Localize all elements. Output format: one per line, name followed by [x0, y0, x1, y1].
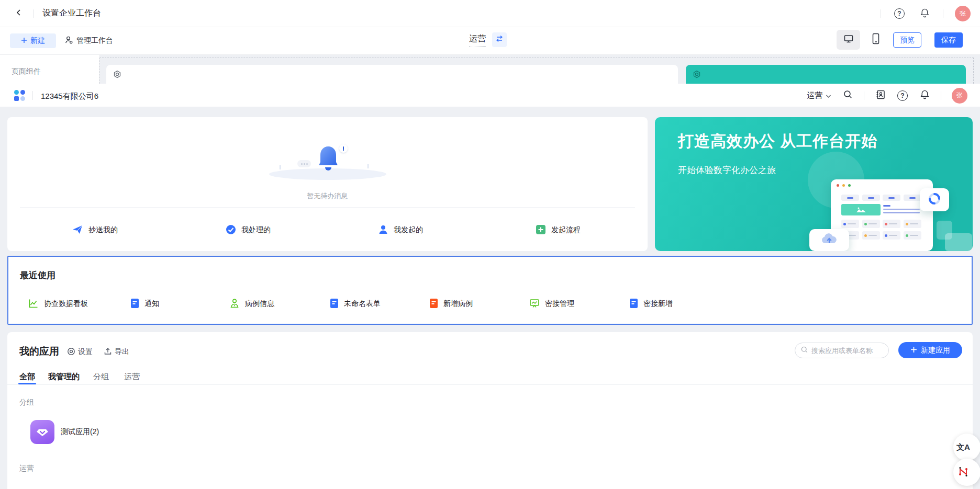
environment-switcher: 运营 — [469, 32, 507, 47]
translate-icon: 文A — [956, 442, 970, 452]
company-logo — [14, 90, 25, 101]
tab-operations[interactable]: 运营 — [124, 372, 140, 382]
manage-workspace-button[interactable]: 管理工作台 — [64, 33, 113, 48]
swap-button[interactable] — [492, 32, 507, 47]
back-button[interactable] — [13, 7, 25, 20]
tab-managed-by-me[interactable]: 我管理的 — [48, 372, 80, 382]
recent-item-label: 未命名表单 — [344, 299, 381, 309]
operations-section-label: 运营 — [19, 464, 34, 473]
person-icon — [229, 298, 240, 310]
check-circle-icon — [226, 224, 236, 236]
quick-action-label: 我处理的 — [241, 225, 271, 235]
question-icon: ? — [894, 8, 905, 19]
recent-item-label: 密接新增 — [643, 299, 673, 309]
plus-square-icon — [536, 224, 546, 236]
loading-ring-icon — [928, 192, 941, 208]
my-apps-export-button[interactable]: 导出 — [104, 346, 129, 358]
new-app-button[interactable]: 新建应用 — [898, 342, 962, 358]
translate-float-button[interactable]: 文A — [953, 434, 980, 461]
empty-todo-text: 暂无待办消息 — [7, 191, 648, 201]
recent-item-label: 协查数据看板 — [44, 299, 88, 309]
new-app-label: 新建应用 — [921, 346, 950, 355]
manage-workspace-label: 管理工作台 — [76, 36, 113, 46]
desktop-view-button[interactable] — [837, 30, 860, 50]
help-button[interactable]: ? — [897, 90, 908, 101]
cloud-upload-icon — [820, 233, 838, 247]
recent-item[interactable]: 密接新增 — [629, 298, 673, 310]
quick-action-label: 发起流程 — [551, 225, 581, 235]
document-icon — [130, 298, 139, 310]
component-settings-icon[interactable] — [693, 70, 701, 78]
recent-item[interactable]: 病例信息 — [229, 298, 274, 310]
banner-component-wrapper[interactable] — [686, 65, 966, 84]
my-apps-section: 我的应用 设置 导出 新建应用 全部 我管理的 分组 运营 分组 测试应用(2) — [7, 332, 973, 489]
search-icon — [800, 346, 808, 356]
app-group-label: 测试应用(2) — [61, 427, 99, 437]
search-button[interactable] — [842, 90, 853, 101]
app-group-tile[interactable]: 测试应用(2) — [30, 420, 99, 444]
banner-subtitle: 开始体验数字化办公之旅 — [678, 164, 776, 176]
recent-item-label: 通知 — [144, 299, 159, 309]
chevron-left-icon — [15, 9, 23, 18]
tab-all[interactable]: 全部 — [19, 372, 35, 382]
speech-dots-icon — [297, 160, 311, 167]
recent-used-section[interactable]: 最近使用 协查数据看板 通知 病例信息 未命名表单 新增病例 密接管理 密接新增 — [7, 256, 973, 325]
plus-icon — [910, 346, 917, 355]
avatar[interactable]: 张 — [955, 6, 971, 21]
save-button[interactable]: 保存 — [934, 32, 963, 48]
new-component-button[interactable]: 新建 — [10, 33, 56, 48]
recent-item[interactable]: 通知 — [130, 298, 159, 310]
components-panel-label: 页面组件 — [12, 67, 41, 76]
contacts-button[interactable] — [875, 90, 886, 101]
environment-label[interactable]: 运营 — [469, 33, 486, 47]
empty-todo-illustration — [265, 143, 391, 181]
avatar[interactable]: 张 — [952, 88, 967, 104]
recent-item-label: 密接管理 — [545, 299, 574, 309]
component-settings-icon[interactable] — [113, 70, 121, 78]
preview-label: 预览 — [900, 36, 915, 45]
app-search-box — [795, 343, 889, 358]
process-map-float-button[interactable] — [953, 459, 980, 486]
my-apps-title: 我的应用 — [19, 345, 59, 358]
recent-item[interactable]: 协查数据看板 — [28, 298, 88, 310]
notifications-button[interactable] — [919, 90, 930, 101]
question-icon: ? — [897, 90, 908, 101]
recent-item[interactable]: 未命名表单 — [330, 298, 381, 310]
quick-action-label: 抄送我的 — [88, 225, 118, 235]
mobile-view-button[interactable] — [867, 32, 885, 47]
group-section-label: 分组 — [19, 398, 34, 407]
role-dropdown[interactable]: 运营 — [807, 90, 831, 100]
tabs-divider — [7, 384, 973, 385]
quick-action-started-by-me[interactable]: 我发起的 — [378, 220, 423, 241]
recent-item[interactable]: 密接管理 — [529, 298, 574, 310]
notifications-button[interactable] — [918, 7, 931, 20]
promo-banner[interactable]: 打造高效办公 从工作台开始 开始体验数字化办公之旅 — [655, 117, 973, 251]
recent-used-title: 最近使用 — [20, 269, 55, 281]
header-divider — [941, 92, 941, 100]
help-button[interactable]: ? — [893, 7, 906, 20]
quick-action-handled-by-me[interactable]: 我处理的 — [226, 220, 271, 241]
save-label: 保存 — [941, 36, 956, 45]
gem-app-icon — [30, 420, 54, 444]
todo-component-wrapper[interactable] — [106, 65, 678, 84]
document-icon — [330, 298, 339, 310]
recent-item[interactable]: 新增病例 — [429, 298, 473, 310]
screen: 设置企业工作台 ? 张 新建 管理工作台 运营 预览 保存 — [0, 0, 980, 489]
my-apps-settings-button[interactable]: 设置 — [67, 346, 93, 358]
todo-divider — [20, 207, 635, 208]
tab-groups[interactable]: 分组 — [93, 372, 109, 382]
user-icon — [378, 224, 388, 236]
quick-action-cc-me[interactable]: 抄送我的 — [72, 220, 118, 241]
node-graph-icon — [957, 465, 969, 479]
exclamation-icon — [339, 144, 348, 153]
recent-item-label: 新增病例 — [443, 299, 473, 309]
quick-action-start-process[interactable]: 发起流程 — [536, 220, 581, 241]
app-search-input[interactable] — [811, 347, 879, 355]
document-icon — [429, 298, 438, 310]
search-icon — [843, 89, 853, 101]
recent-item-label: 病例信息 — [245, 299, 274, 309]
settings-label: 设置 — [78, 347, 93, 357]
chart-icon — [28, 298, 39, 310]
preview-button[interactable]: 预览 — [893, 32, 921, 48]
titlebar: 设置企业工作台 ? 张 — [0, 0, 980, 27]
